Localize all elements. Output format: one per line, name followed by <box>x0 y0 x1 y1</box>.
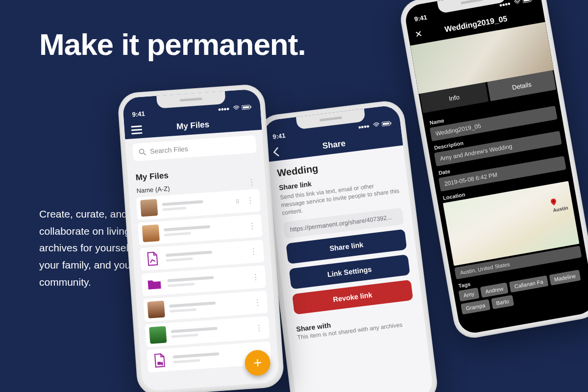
phone-share: 9:41 ●●●● Share Wedding Share link Send … <box>256 99 439 392</box>
file-thumbnail <box>147 301 165 318</box>
tag[interactable]: Amy <box>458 288 479 302</box>
file-thumbnail <box>142 224 160 242</box>
more-icon[interactable]: ⋮ <box>246 222 258 231</box>
more-icon[interactable]: ⋮ <box>244 196 256 205</box>
svg-line-4 <box>144 153 146 155</box>
status-time: 9:41 <box>272 132 286 141</box>
more-icon[interactable]: ⋮ <box>246 178 258 187</box>
phone-my-files: 9:41 ●●●● My Files Search Files My Files… <box>117 83 285 392</box>
hero-title: Make it permanent. <box>39 27 306 62</box>
more-icon[interactable]: ⋮ <box>253 323 265 332</box>
phone-details: 9:41 ●●●● ✕ Wedding2019_05 Info Details … <box>398 0 588 341</box>
menu-icon[interactable] <box>131 125 142 134</box>
svg-rect-8 <box>391 122 392 124</box>
status-time: 9:41 <box>414 14 427 23</box>
file-thumbnail <box>149 326 167 343</box>
sort-label[interactable]: Name (A-Z) <box>136 185 170 195</box>
svg-rect-7 <box>383 122 389 125</box>
status-time: 9:41 <box>132 110 145 118</box>
nav-title: Share <box>322 139 346 151</box>
nav-title: My Files <box>176 120 210 132</box>
tag[interactable]: Barto <box>491 295 514 309</box>
close-icon[interactable]: ✕ <box>414 28 423 40</box>
pdf-icon <box>144 250 161 268</box>
svg-rect-10 <box>523 0 530 2</box>
shared-icon: ⠿ <box>235 198 240 205</box>
map-city-label: Austin <box>553 205 569 213</box>
file-list: ⠿ ⋮ ⋮ ⋮ ⋮ <box>129 188 278 373</box>
svg-rect-11 <box>531 0 532 0</box>
plus-icon: + <box>253 354 263 371</box>
file-thumbnail <box>140 199 158 217</box>
svg-rect-5 <box>157 362 161 365</box>
search-icon <box>139 148 147 156</box>
search-input[interactable]: Search Files <box>132 135 257 161</box>
more-icon[interactable]: ⋮ <box>247 247 260 256</box>
tag[interactable]: Andrew <box>480 282 509 297</box>
back-icon[interactable] <box>272 147 280 157</box>
more-icon[interactable]: ⋮ <box>249 273 262 282</box>
svg-point-3 <box>139 149 144 154</box>
status-icons: ●●●● <box>218 104 251 112</box>
svg-rect-1 <box>243 106 249 108</box>
more-icon[interactable]: ⋮ <box>251 298 264 307</box>
folder-icon <box>146 275 163 293</box>
search-placeholder: Search Files <box>150 145 189 155</box>
video-file-icon <box>151 351 169 369</box>
map-pin-icon <box>550 198 558 206</box>
svg-rect-2 <box>250 106 251 108</box>
tag[interactable]: Grampa <box>461 299 490 315</box>
